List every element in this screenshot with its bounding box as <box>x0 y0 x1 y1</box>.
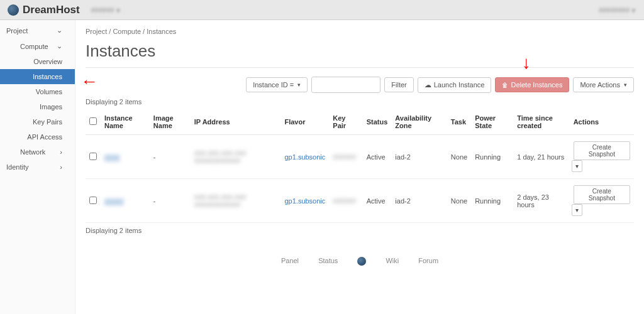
more-actions-dropdown[interactable]: More Actions▾ <box>573 77 634 92</box>
cell-power: Running <box>471 135 513 179</box>
cell-image: - <box>150 179 191 223</box>
row-checkbox[interactable] <box>89 197 97 204</box>
cell-az: iad-2 <box>391 179 447 223</box>
delete-instances-button[interactable]: 🗑Delete Instances <box>495 77 569 92</box>
footer: Panel Status Wiki Forum <box>86 238 634 272</box>
toolbar: Instance ID = ▾ Filter ☁Launch Instance … <box>86 77 634 93</box>
table-header-row: Instance Name Image Name IP Address Flav… <box>86 109 634 135</box>
cell-az: iad-2 <box>391 135 447 179</box>
breadcrumb-current: Instances <box>147 28 176 35</box>
breadcrumb: Project / Compute / Instances <box>86 25 634 40</box>
cell-keypair: ###### <box>333 197 356 205</box>
cell-time: 2 days, 23 hours <box>513 179 569 223</box>
footer-status[interactable]: Status <box>318 257 338 264</box>
brand-text: DreamHost <box>23 4 80 16</box>
cell-ip: ###.###.###.### ############ <box>194 149 247 165</box>
sidebar-item-keypairs[interactable]: Key Pairs <box>0 114 75 129</box>
col-name: Instance Name <box>101 109 150 135</box>
select-all-checkbox[interactable] <box>89 117 97 125</box>
table-row: #####-###.###.###.### ############gp1.su… <box>86 179 634 223</box>
col-keypair: Key Pair <box>329 109 362 135</box>
col-power: Power State <box>471 109 513 135</box>
table-row: ####-###.###.###.### ############gp1.sub… <box>86 135 634 179</box>
user-menu[interactable]: ########▼ <box>599 6 636 14</box>
chevron-right-icon: › <box>60 148 69 156</box>
col-image: Image Name <box>150 109 191 135</box>
sidebar: Project⌄ Compute⌄ Overview Instances Vol… <box>0 20 75 314</box>
launch-instance-button[interactable]: ☁Launch Instance <box>418 77 492 93</box>
flavor-link[interactable]: gp1.subsonic <box>284 153 325 161</box>
sidebar-section-project[interactable]: Project⌄ <box>0 23 75 38</box>
breadcrumb-project[interactable]: Project <box>86 28 107 35</box>
sidebar-item-instances[interactable]: Instances <box>0 69 75 84</box>
trash-icon: 🗑 <box>502 82 508 89</box>
caret-down-icon: ▾ <box>624 82 627 88</box>
divider <box>86 67 634 68</box>
row-checkbox[interactable] <box>89 153 97 160</box>
caret-down-icon: ▼ <box>115 8 121 14</box>
cell-power: Running <box>471 179 513 223</box>
instances-table: Instance Name Image Name IP Address Flav… <box>86 109 634 223</box>
filter-button[interactable]: Filter <box>384 77 413 92</box>
caret-down-icon: ▼ <box>631 8 636 14</box>
chevron-down-icon: ⌄ <box>57 26 69 35</box>
sidebar-item-volumes[interactable]: Volumes <box>0 84 75 99</box>
cell-task: None <box>447 179 471 223</box>
sidebar-section-identity[interactable]: Identity› <box>0 160 75 175</box>
col-az: Availability Zone <box>391 109 447 135</box>
footer-panel[interactable]: Panel <box>281 257 299 264</box>
cell-task: None <box>447 135 471 179</box>
caret-down-icon: ▾ <box>297 82 301 88</box>
cell-ip: ###.###.###.### ############ <box>194 193 247 208</box>
brand-logo: DreamHost <box>8 4 80 16</box>
chevron-down-icon: ⌄ <box>57 42 69 50</box>
col-time: Time since created <box>513 109 569 135</box>
dreamhost-icon <box>8 4 19 16</box>
footer-forum[interactable]: Forum <box>418 257 438 264</box>
sidebar-item-overview[interactable]: Overview <box>0 54 75 69</box>
sidebar-sub-compute[interactable]: Compute⌄ <box>0 38 75 54</box>
cell-status: Active <box>363 179 392 223</box>
cell-time: 1 day, 21 hours <box>513 135 569 179</box>
filter-input[interactable] <box>311 77 380 93</box>
col-actions: Actions <box>570 109 634 135</box>
instance-name-link[interactable]: ##### <box>104 197 124 205</box>
project-selector[interactable]: ######▼ <box>91 6 121 14</box>
sidebar-sub-network[interactable]: Network› <box>0 144 75 160</box>
chevron-right-icon: › <box>60 163 69 171</box>
topbar: DreamHost ######▼ ########▼ <box>0 0 644 20</box>
cell-image: - <box>150 135 191 179</box>
item-count-top: Displaying 2 items <box>86 98 634 106</box>
row-actions-dropdown[interactable]: ▾ <box>572 204 582 216</box>
col-flavor: Flavor <box>280 109 329 135</box>
main-content: Project / Compute / Instances Instances … <box>75 20 644 314</box>
create-snapshot-button[interactable]: Create Snapshot <box>574 185 630 204</box>
dreamhost-icon <box>357 257 366 266</box>
col-task: Task <box>447 109 471 135</box>
cell-status: Active <box>363 135 392 179</box>
footer-wiki[interactable]: Wiki <box>386 257 399 264</box>
create-snapshot-button[interactable]: Create Snapshot <box>574 141 630 160</box>
col-ip: IP Address <box>191 109 281 135</box>
item-count-bottom: Displaying 2 items <box>86 227 634 234</box>
instance-name-link[interactable]: #### <box>104 153 119 161</box>
sidebar-item-images[interactable]: Images <box>0 99 75 114</box>
cell-keypair: ###### <box>333 153 356 161</box>
page-title: Instances <box>86 41 634 61</box>
flavor-link[interactable]: gp1.subsonic <box>284 197 325 205</box>
cloud-icon: ☁ <box>425 81 431 89</box>
col-status: Status <box>363 109 392 135</box>
breadcrumb-compute[interactable]: Compute <box>113 28 141 35</box>
filter-by-dropdown[interactable]: Instance ID = ▾ <box>246 77 308 92</box>
sidebar-item-apiaccess[interactable]: API Access <box>0 129 75 144</box>
row-actions-dropdown[interactable]: ▾ <box>572 160 582 172</box>
